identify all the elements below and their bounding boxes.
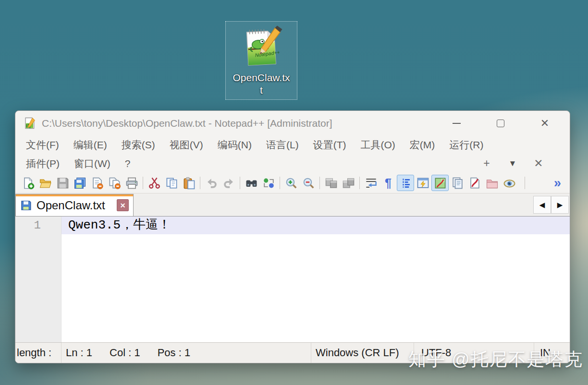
tab-scroll-left-button[interactable]: ◀: [533, 196, 551, 214]
menu-encoding[interactable]: 编码(N): [210, 135, 259, 154]
toolbar-save-button: [54, 175, 71, 191]
zoom-out-icon: [302, 177, 315, 190]
save-all-icon: [74, 177, 86, 190]
toolbar-save-all-button[interactable]: [71, 175, 88, 191]
status-position: Ln : 1 Col : 1 Pos : 1: [61, 347, 311, 359]
menu-run[interactable]: 运行(R): [442, 135, 490, 154]
toolbar-folder-workspace-button[interactable]: [483, 175, 501, 191]
toolbar-separator: [143, 177, 143, 189]
maximize-icon: [497, 120, 504, 127]
menu-help[interactable]: ?: [118, 154, 138, 173]
minimize-button[interactable]: [434, 113, 478, 134]
window-title: C:\Users\tony\Desktop\OpenClaw.txt - Not…: [42, 118, 434, 129]
toolbar-replace-button[interactable]: [260, 175, 277, 191]
line-number: 1: [15, 217, 61, 234]
paste-icon: [183, 177, 196, 190]
desktop-icon-openclaw[interactable]: Notepad++ OpenClaw.tx t: [225, 21, 297, 100]
menu-language[interactable]: 语言(L): [259, 135, 306, 154]
desktop: Notepad++ OpenClaw.tx t C:\Users\tony\De…: [0, 0, 588, 385]
status-eol[interactable]: Windows (CR LF): [311, 347, 414, 359]
menu-window[interactable]: 窗口(W): [67, 154, 118, 173]
editor-line-1[interactable]: Qwen3.5，牛逼！: [61, 217, 570, 234]
toolbar-undo-button: [203, 175, 220, 191]
toolbar-document-map-button[interactable]: [431, 175, 449, 191]
redo-icon: [222, 177, 235, 190]
notepadpp-file-icon: Notepad++: [238, 25, 284, 71]
tabbar: OpenClaw.txt ✕ ◀ ▶: [15, 193, 570, 217]
cut-icon: [148, 177, 161, 190]
toolbar-function-list-button[interactable]: [414, 175, 431, 191]
maximize-button[interactable]: [478, 113, 523, 134]
status-column: Col : 1: [110, 347, 140, 359]
toolbar-print-button[interactable]: [123, 175, 140, 191]
tab-scroll-right-button[interactable]: ▶: [551, 196, 569, 214]
status-typing-mode[interactable]: IN: [534, 347, 570, 359]
function-list-icon: [416, 177, 429, 190]
editor[interactable]: 1 Qwen3.5，牛逼！: [15, 217, 570, 342]
toolbar-sync-vertical-button: [322, 175, 340, 191]
menu-edit[interactable]: 编辑(E): [66, 135, 114, 154]
toolbar-macro-recording-button[interactable]: [466, 175, 483, 191]
copy-icon: [165, 177, 178, 190]
toolbar-close-all-button[interactable]: [106, 175, 123, 191]
status-encoding[interactable]: UTF-8: [414, 347, 534, 359]
menu-macro[interactable]: 宏(M): [403, 135, 442, 154]
toolbar-word-wrap-button[interactable]: [362, 175, 380, 191]
menu-search[interactable]: 搜索(S): [114, 135, 162, 154]
toolbar-zoom-in-button[interactable]: [282, 175, 300, 191]
status-pos: Pos : 1: [158, 347, 190, 359]
toolbar-close-file-button[interactable]: [88, 175, 106, 191]
toolbar-separator: [240, 177, 240, 189]
tab-list-dropdown-icon[interactable]: ▼: [500, 159, 526, 168]
menu-file[interactable]: 文件(F): [19, 135, 66, 154]
menu-settings[interactable]: 设置(T): [306, 135, 354, 154]
close-button[interactable]: ✕: [523, 113, 567, 134]
sync-vertical-icon: [325, 177, 338, 190]
toolbar-new-file-button[interactable]: [19, 175, 37, 191]
open-file-icon: [39, 177, 52, 190]
toolbar-sync-horizontal-button: [340, 175, 357, 191]
toolbar-show-all-characters-button[interactable]: ¶: [380, 175, 397, 191]
print-icon: [125, 177, 138, 190]
statusbar: length : Ln : 1 Col : 1 Pos : 1 Windows …: [15, 342, 570, 363]
menu-plugins[interactable]: 插件(P): [19, 154, 67, 173]
close-tab-button[interactable]: ✕: [526, 157, 551, 170]
menubar-row2: 插件(P) 窗口(W) ? + ▼ ✕: [15, 154, 570, 173]
close-all-icon: [108, 177, 121, 190]
titlebar[interactable]: C:\Users\tony\Desktop\OpenClaw.txt - Not…: [15, 111, 570, 135]
toolbar-document-monitor-button[interactable]: [501, 175, 518, 191]
toolbar: ¶ »: [15, 173, 570, 193]
new-file-icon: [22, 177, 35, 190]
toolbar-indent-guide-button[interactable]: [397, 175, 414, 191]
more-buttons-icon[interactable]: »: [554, 176, 570, 191]
editor-content[interactable]: Qwen3.5，牛逼！: [61, 217, 570, 342]
new-tab-button[interactable]: +: [474, 157, 500, 170]
toolbar-cut-button[interactable]: [146, 175, 163, 191]
document-list-icon: [451, 177, 464, 190]
tab-openclaw[interactable]: OpenClaw.txt ✕: [15, 194, 134, 216]
menu-tools[interactable]: 工具(O): [353, 135, 402, 154]
close-icon: ✕: [540, 118, 549, 129]
toolbar-zoom-out-button[interactable]: [300, 175, 317, 191]
undo-icon: [205, 177, 218, 190]
save-icon: [56, 177, 69, 190]
status-line: Ln : 1: [66, 347, 92, 359]
tab-close-icon[interactable]: ✕: [117, 199, 129, 211]
macro-recording-icon: [468, 177, 481, 190]
notepadpp-window: C:\Users\tony\Desktop\OpenClaw.txt - Not…: [15, 110, 570, 363]
desktop-icon-label: OpenClaw.tx t: [233, 72, 290, 96]
menu-view[interactable]: 视图(V): [162, 135, 210, 154]
minimize-icon: [453, 123, 461, 124]
toolbar-copy-button[interactable]: [163, 175, 180, 191]
toolbar-paste-button[interactable]: [180, 175, 197, 191]
sync-horizontal-icon: [342, 177, 355, 190]
line-number-gutter: 1: [15, 217, 61, 342]
menubar-controls: + ▼ ✕: [474, 157, 570, 170]
toolbar-document-list-button[interactable]: [449, 175, 466, 191]
toolbar-find-button[interactable]: [243, 175, 260, 191]
pilcrow-icon: ¶: [385, 177, 392, 189]
toolbar-separator: [319, 177, 320, 189]
notepadpp-app-icon: [23, 117, 36, 130]
find-icon: [245, 177, 258, 190]
toolbar-open-file-button[interactable]: [37, 175, 54, 191]
